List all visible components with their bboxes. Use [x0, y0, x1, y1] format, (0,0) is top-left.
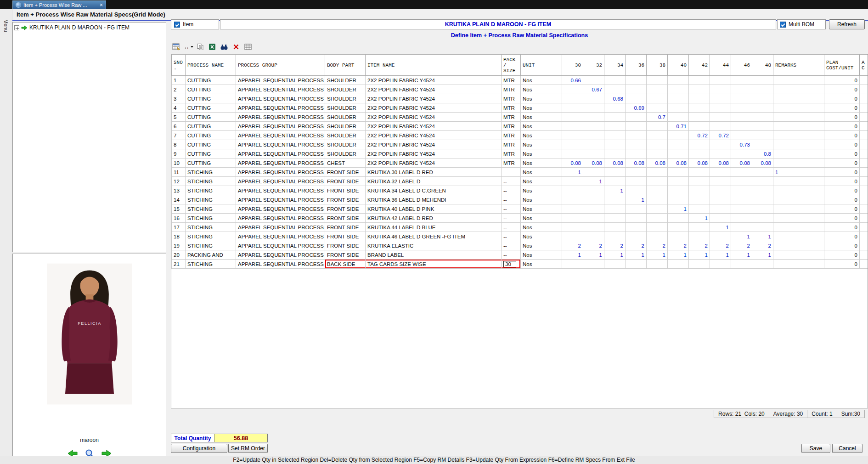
cell-size-44[interactable]: [710, 94, 731, 103]
grid-mode-icon[interactable]: [172, 42, 181, 51]
cell-size-38[interactable]: 1: [647, 250, 668, 260]
cell-pack-size[interactable]: --: [502, 241, 521, 250]
cell-process-group[interactable]: APPAREL SEQUENTIAL PROCESS: [236, 250, 325, 260]
cell-process-name[interactable]: STICHING: [186, 214, 236, 223]
cell-size-42[interactable]: [689, 186, 710, 195]
cell-remarks[interactable]: [773, 140, 824, 149]
cell-process-name[interactable]: CUTTING: [186, 85, 236, 94]
cell-body-part[interactable]: BACK SIDE: [325, 260, 366, 269]
cell-unit[interactable]: Nos: [521, 223, 562, 232]
cell-size-40[interactable]: [668, 103, 689, 113]
cell-size-36[interactable]: [626, 232, 647, 241]
cell-unit[interactable]: Nos: [521, 94, 562, 103]
cell-size-36[interactable]: [626, 186, 647, 195]
cell-size-42[interactable]: [689, 223, 710, 232]
cell-plan-cost[interactable]: 0: [824, 177, 860, 186]
cell-item-name[interactable]: KRUTIKA 46 LABEL D GREEN -FG ITEM: [366, 232, 502, 241]
cell-size-36[interactable]: [626, 76, 647, 85]
cell-size-48[interactable]: [752, 131, 773, 140]
cell-remarks[interactable]: [773, 214, 824, 223]
grid-lines-icon[interactable]: [243, 42, 253, 51]
cell-body-part[interactable]: FRONT SIDE: [325, 223, 366, 232]
cell-size-34[interactable]: [604, 76, 626, 85]
cell-process-name[interactable]: CUTTING: [186, 76, 236, 85]
cell-plan-cost[interactable]: 0: [824, 260, 860, 269]
cell-process-name[interactable]: STICHING: [186, 204, 236, 214]
cell-size-32[interactable]: [583, 103, 604, 113]
cell-unit[interactable]: Nos: [521, 241, 562, 250]
cell-size-46[interactable]: [731, 195, 752, 204]
cell-pack-size[interactable]: MTR: [502, 158, 521, 168]
cell-body-part[interactable]: FRONT SIDE: [325, 195, 366, 204]
cell-size-44[interactable]: [710, 204, 731, 214]
cell-size-46[interactable]: [731, 94, 752, 103]
set-rm-order-button[interactable]: Set RM Order: [228, 444, 268, 453]
cell-remarks[interactable]: [773, 158, 824, 168]
cell-size-48[interactable]: [752, 214, 773, 223]
cell-size-42[interactable]: [689, 204, 710, 214]
cell-item-name[interactable]: KRUTIKA 32 LABEL D: [366, 177, 502, 186]
cell-pack-size[interactable]: --: [502, 195, 521, 204]
cell-size-42[interactable]: 1: [689, 214, 710, 223]
cell-size-30[interactable]: [562, 140, 583, 149]
cell-size-48[interactable]: [752, 103, 773, 113]
cell-size-42[interactable]: [689, 94, 710, 103]
cell-process-group[interactable]: APPAREL SEQUENTIAL PROCESS: [236, 260, 325, 269]
cell-item-name[interactable]: 2X2 POPLIN FABRIC Y4524: [366, 149, 502, 158]
menu-strip[interactable]: Menu: [0, 9, 12, 464]
cell-size-38[interactable]: [647, 177, 668, 186]
cell-size-32[interactable]: [583, 223, 604, 232]
multi-bom-checkbox[interactable]: [780, 22, 786, 28]
cell-process-group[interactable]: APPAREL SEQUENTIAL PROCESS: [236, 94, 325, 103]
cell-size-42[interactable]: [689, 140, 710, 149]
cell-size-34[interactable]: 1: [604, 186, 626, 195]
cell-size-36[interactable]: 2: [626, 241, 647, 250]
cell-unit[interactable]: Nos: [521, 131, 562, 140]
cell-remarks[interactable]: [773, 195, 824, 204]
cell-size-32[interactable]: 0.67: [583, 85, 604, 94]
cell-size-40[interactable]: [668, 195, 689, 204]
cell-remarks[interactable]: [773, 76, 824, 85]
cell-size-48[interactable]: [752, 186, 773, 195]
cell-size-48[interactable]: 1: [752, 250, 773, 260]
cell-item-name[interactable]: 2X2 POPLIN FABRIC Y4524: [366, 94, 502, 103]
cell-size-48[interactable]: 0.08: [752, 158, 773, 168]
cell-item-name[interactable]: BRAND LABEL: [366, 250, 502, 260]
cell-size-46[interactable]: [731, 186, 752, 195]
close-icon[interactable]: ×: [100, 2, 103, 8]
cell-size-44[interactable]: 0.72: [710, 131, 731, 140]
cell-body-part[interactable]: SHOULDER: [325, 149, 366, 158]
cell-item-name[interactable]: KRUTIKA 36 LABEL D MEHENDI: [366, 195, 502, 204]
cell-size-34[interactable]: [604, 140, 626, 149]
cell-plan-cost[interactable]: 0: [824, 186, 860, 195]
cell-size-32[interactable]: [583, 232, 604, 241]
cell-plan-cost[interactable]: 0: [824, 250, 860, 260]
cell-size-38[interactable]: [647, 168, 668, 177]
cell-size-36[interactable]: [626, 131, 647, 140]
cell-size-36[interactable]: 0.69: [626, 103, 647, 113]
cell-size-40[interactable]: [668, 168, 689, 177]
cell-size-42[interactable]: [689, 122, 710, 131]
cell-size-38[interactable]: [647, 232, 668, 241]
cell-size-46[interactable]: [731, 113, 752, 122]
cell-size-40[interactable]: 0.71: [668, 122, 689, 131]
cell-size-32[interactable]: [583, 149, 604, 158]
cell-body-part[interactable]: SHOULDER: [325, 113, 366, 122]
cell-size-36[interactable]: [626, 85, 647, 94]
cell-process-name[interactable]: CUTTING: [186, 103, 236, 113]
cell-size-48[interactable]: [752, 223, 773, 232]
refresh-button[interactable]: Refresh: [829, 19, 865, 29]
cell-item-name[interactable]: KRUTIKA ELASTIC: [366, 241, 502, 250]
cell-item-name[interactable]: 2X2 POPLIN FABRIC Y4524: [366, 85, 502, 94]
cell-size-34[interactable]: [604, 122, 626, 131]
cell-process-name[interactable]: STICHING: [186, 232, 236, 241]
cell-process-group[interactable]: APPAREL SEQUENTIAL PROCESS: [236, 103, 325, 113]
cell-process-group[interactable]: APPAREL SEQUENTIAL PROCESS: [236, 76, 325, 85]
cell-size-34[interactable]: [604, 223, 626, 232]
cell-size-30[interactable]: 1: [562, 250, 583, 260]
fit-column-width-icon[interactable]: ↔: [184, 42, 193, 51]
delete-icon[interactable]: [231, 42, 241, 51]
cell-process-group[interactable]: APPAREL SEQUENTIAL PROCESS: [236, 85, 325, 94]
cell-pack-size[interactable]: MTR: [502, 140, 521, 149]
cell-size-48[interactable]: [752, 122, 773, 131]
